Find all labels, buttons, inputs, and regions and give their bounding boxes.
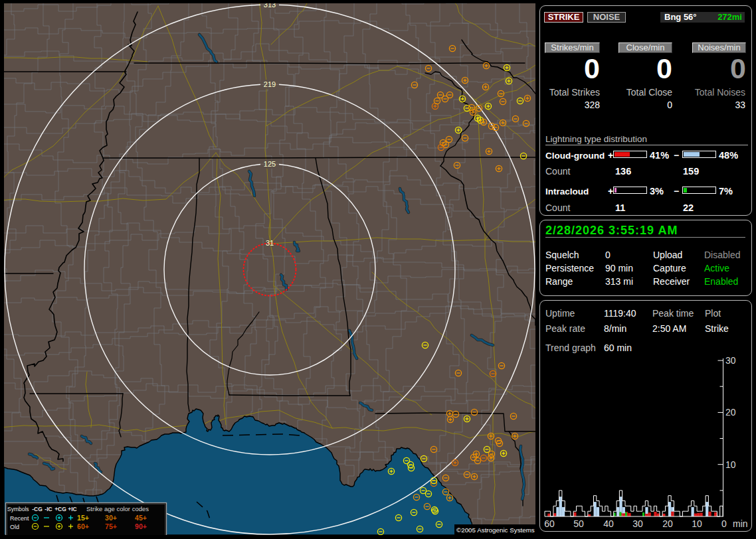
svg-text:30: 30 xyxy=(725,355,736,366)
svg-text:min: min xyxy=(733,518,748,529)
svg-text:30: 30 xyxy=(632,518,643,529)
svg-text:40: 40 xyxy=(603,518,614,529)
svg-text:50: 50 xyxy=(573,518,584,529)
svg-text:10: 10 xyxy=(725,459,736,470)
svg-text:20: 20 xyxy=(725,407,736,418)
svg-text:20: 20 xyxy=(662,518,673,529)
svg-text:60: 60 xyxy=(544,518,555,529)
svg-text:10: 10 xyxy=(692,518,702,529)
svg-text:0: 0 xyxy=(721,518,727,529)
